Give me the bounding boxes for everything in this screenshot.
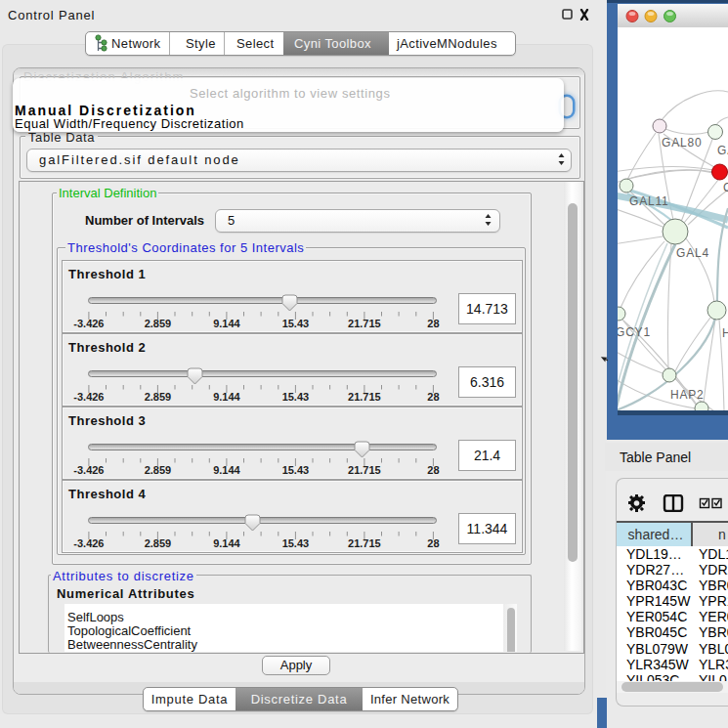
svg-text:C: C [723,181,728,194]
svg-text:HAP2: HAP2 [670,388,705,402]
svg-text:H: H [722,326,728,340]
svg-text:GAL11: GAL11 [629,194,668,208]
svg-text:GAL80: GAL80 [662,136,702,150]
svg-text:GA: GA [717,144,728,157]
svg-text:GCY1: GCY1 [618,325,651,339]
svg-text:GAL4: GAL4 [676,246,709,260]
